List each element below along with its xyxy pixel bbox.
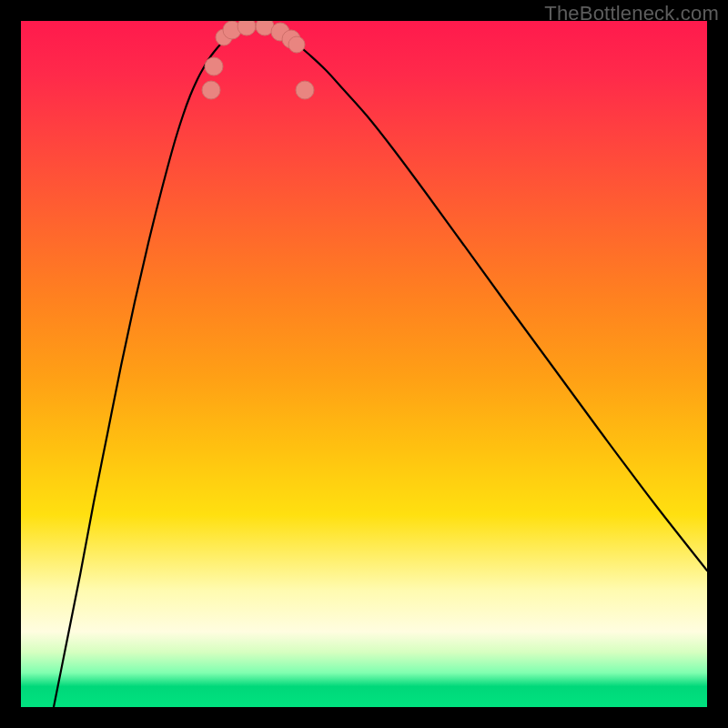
bottleneck-curve (54, 25, 707, 707)
bottleneck-plot (21, 21, 707, 707)
data-marker (202, 81, 220, 99)
data-marker (238, 21, 256, 35)
data-marker (205, 57, 223, 76)
data-marker (288, 36, 305, 53)
watermark-text: TheBottleneck.com (544, 2, 719, 25)
chart-area (21, 21, 707, 707)
data-marker (296, 81, 314, 99)
data-markers (202, 21, 314, 99)
